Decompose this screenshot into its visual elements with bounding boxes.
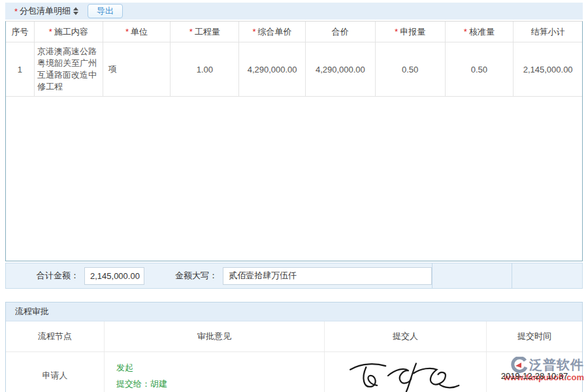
- col-header-approved-qty: *核准量: [446, 22, 514, 42]
- col-header-total-price: 合价: [306, 22, 376, 42]
- cell-unit-price: 4,290,000.00: [239, 42, 306, 96]
- signature-image: [347, 357, 465, 392]
- col-header-quantity: *工程量: [171, 22, 239, 42]
- col-header-declared-qty: *申报量: [376, 22, 446, 42]
- amount-words-label: 金额大写：: [144, 270, 218, 282]
- col-header-submitter: 提交人: [325, 321, 487, 351]
- approval-header-row: 流程节点 审批意见 提交人 提交时间: [6, 321, 582, 352]
- cell-total-price: 4,290,000.00: [306, 42, 376, 96]
- subcontract-detail-panel: * 分包清单明细 导出 序号 *施工内容 *单位 *工程量 *综合单价 合价 *…: [5, 3, 583, 289]
- summary-empty-cell: [432, 263, 512, 288]
- col-header-node: 流程节点: [6, 321, 105, 351]
- opinion-target: 提交给：胡建: [116, 376, 167, 392]
- cell-content: 京港澳高速公路粤境韶关至广州互通路面改造中修工程: [35, 42, 103, 96]
- cell-unit: 项: [103, 42, 171, 96]
- cell-node: 申请人: [6, 352, 105, 392]
- spinner-stepper-icon[interactable]: [73, 7, 78, 15]
- detail-grid-header-row: 序号 *施工内容 *单位 *工程量 *综合单价 合价 *申报量 *核准量 结算小…: [6, 22, 582, 42]
- approval-panel-title: 流程审批: [6, 302, 582, 321]
- cell-approved-qty: 0.50: [446, 42, 514, 96]
- table-row[interactable]: 1 京港澳高速公路粤境韶关至广州互通路面改造中修工程 项 1.00 4,290,…: [6, 42, 582, 97]
- col-header-submit-time: 提交时间: [487, 321, 582, 351]
- chevron-up-icon: [73, 7, 78, 10]
- summary-empty-cell: [512, 263, 582, 288]
- detail-toolbar: * 分包清单明细 导出: [5, 3, 583, 20]
- amount-words-field[interactable]: 贰佰壹拾肆万伍仟: [223, 267, 432, 285]
- approval-row: 申请人 发起 提交给：胡建 2019-12-28 10:37: [6, 352, 582, 392]
- total-amount-label: 合计金额：: [6, 270, 79, 282]
- submit-timestamp: 2019-12-28 10:37: [501, 371, 568, 381]
- chevron-down-icon: [73, 12, 78, 15]
- export-button[interactable]: 导出: [88, 4, 123, 18]
- cell-submitter: [325, 352, 487, 392]
- cell-submit-time: 2019-12-28 10:37: [487, 352, 582, 392]
- summary-row: 合计金额： 2,145,000.00 金额大写： 贰佰壹拾肆万伍仟: [5, 263, 583, 289]
- page: * 分包清单明细 导出 序号 *施工内容 *单位 *工程量 *综合单价 合价 *…: [0, 0, 588, 392]
- col-header-seq: 序号: [6, 22, 35, 42]
- cell-quantity: 1.00: [171, 42, 239, 96]
- panel-title: 分包清单明细: [20, 5, 71, 17]
- cell-subtotal: 2,145,000.00: [514, 42, 582, 96]
- opinion-action: 发起: [116, 359, 133, 376]
- total-amount-field[interactable]: 2,145,000.00: [84, 267, 144, 285]
- detail-grid: 序号 *施工内容 *单位 *工程量 *综合单价 合价 *申报量 *核准量 结算小…: [5, 21, 583, 261]
- col-header-content: *施工内容: [35, 22, 103, 42]
- approval-panel: 流程审批 流程节点 审批意见 提交人 提交时间 申请人 发起 提交给：胡建: [5, 302, 583, 392]
- col-header-subtotal: 结算小计: [514, 22, 582, 42]
- col-header-opinion: 审批意见: [105, 321, 325, 351]
- cell-seq: 1: [6, 42, 35, 96]
- col-header-unit: *单位: [103, 22, 171, 42]
- col-header-unit-price: *综合单价: [239, 22, 306, 42]
- cell-declared-qty: 0.50: [376, 42, 446, 96]
- required-star: *: [14, 7, 18, 16]
- cell-opinion: 发起 提交给：胡建: [105, 352, 325, 392]
